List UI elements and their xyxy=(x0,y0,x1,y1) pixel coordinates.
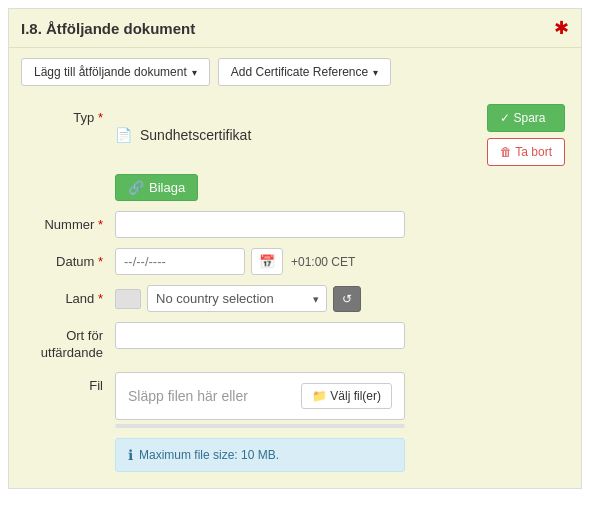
bilaga-button[interactable]: 🔗 Bilaga xyxy=(115,174,198,201)
drop-text: Släpp filen här eller xyxy=(128,388,248,404)
typ-required: * xyxy=(98,110,103,125)
datum-label: Datum * xyxy=(25,248,115,271)
file-size-bar xyxy=(115,424,405,428)
land-label: Land * xyxy=(25,285,115,308)
country-select[interactable]: No country selection xyxy=(147,285,327,312)
info-box: ℹ Maximum file size: 10 MB. xyxy=(115,438,405,472)
file-size-info: Maximum file size: 10 MB. xyxy=(139,448,279,462)
add-doc-button[interactable]: Lägg till åtföljande dokument xyxy=(21,58,210,86)
nummer-required: * xyxy=(98,217,103,232)
nummer-label: Nummer * xyxy=(25,211,115,234)
type-row: 📄 Sundhetscertifikat ✓ Spara 🗑 Ta bort xyxy=(115,104,565,166)
file-drop-area[interactable]: Släpp filen här eller 📁 Välj fil(er) xyxy=(115,372,405,420)
datum-row: Datum * 📅 +01:00 CET xyxy=(25,248,565,275)
toolbar: Lägg till åtföljande dokument Add Certif… xyxy=(9,48,581,96)
nummer-row: Nummer * xyxy=(25,211,565,238)
typ-content: 📄 Sundhetscertifikat ✓ Spara 🗑 Ta bort 🔗… xyxy=(115,104,565,201)
country-select-wrapper: No country selection ▾ xyxy=(147,285,327,312)
ort-input[interactable] xyxy=(115,322,405,349)
datum-required: * xyxy=(98,254,103,269)
type-actions: ✓ Spara 🗑 Ta bort xyxy=(487,104,565,166)
land-required: * xyxy=(98,291,103,306)
ort-row: Ort för utfärdande xyxy=(25,322,565,362)
typ-label: Typ * xyxy=(25,104,115,127)
attach-label: Bilaga xyxy=(149,180,185,195)
ort-content xyxy=(115,322,565,349)
choose-file-button[interactable]: 📁 Välj fil(er) xyxy=(301,383,392,409)
ta-bort-button[interactable]: 🗑 Ta bort xyxy=(487,138,565,166)
flag-box xyxy=(115,289,141,309)
land-row: Land * No country selection ▾ ↺ xyxy=(25,285,565,312)
required-star: ✱ xyxy=(554,17,569,39)
ort-label: Ort för utfärdande xyxy=(25,322,115,362)
spara-button[interactable]: ✓ Spara xyxy=(487,104,565,132)
land-inner: No country selection ▾ ↺ xyxy=(115,285,565,312)
panel-title: I.8. Åtföljande dokument xyxy=(21,20,195,37)
doc-icon: 📄 xyxy=(115,127,132,143)
form-body: Typ * 📄 Sundhetscertifikat ✓ Spara 🗑 Ta … xyxy=(9,96,581,488)
nummer-content xyxy=(115,211,565,238)
fil-row: Fil Släpp filen här eller 📁 Välj fil(er) xyxy=(25,372,565,428)
typ-row: Typ * 📄 Sundhetscertifikat ✓ Spara 🗑 Ta … xyxy=(25,104,565,201)
datum-input[interactable] xyxy=(115,248,245,275)
fil-label: Fil xyxy=(25,372,115,395)
land-content: No country selection ▾ ↺ xyxy=(115,285,565,312)
type-left: 📄 Sundhetscertifikat xyxy=(115,127,251,143)
typ-value: Sundhetscertifikat xyxy=(140,127,251,143)
panel-header: I.8. Åtföljande dokument ✱ xyxy=(9,9,581,48)
fil-content: Släpp filen här eller 📁 Välj fil(er) xyxy=(115,372,565,428)
datum-inner: 📅 +01:00 CET xyxy=(115,248,565,275)
attach-section: 🔗 Bilaga xyxy=(115,174,565,201)
nummer-input[interactable] xyxy=(115,211,405,238)
calendar-button[interactable]: 📅 xyxy=(251,248,283,275)
panel: I.8. Åtföljande dokument ✱ Lägg till åtf… xyxy=(8,8,582,489)
add-cert-button[interactable]: Add Certificate Reference xyxy=(218,58,391,86)
refresh-button[interactable]: ↺ xyxy=(333,286,361,312)
datum-content: 📅 +01:00 CET xyxy=(115,248,565,275)
info-icon: ℹ xyxy=(128,447,133,463)
timezone-label: +01:00 CET xyxy=(291,255,355,269)
attach-icon: 🔗 xyxy=(128,180,144,195)
